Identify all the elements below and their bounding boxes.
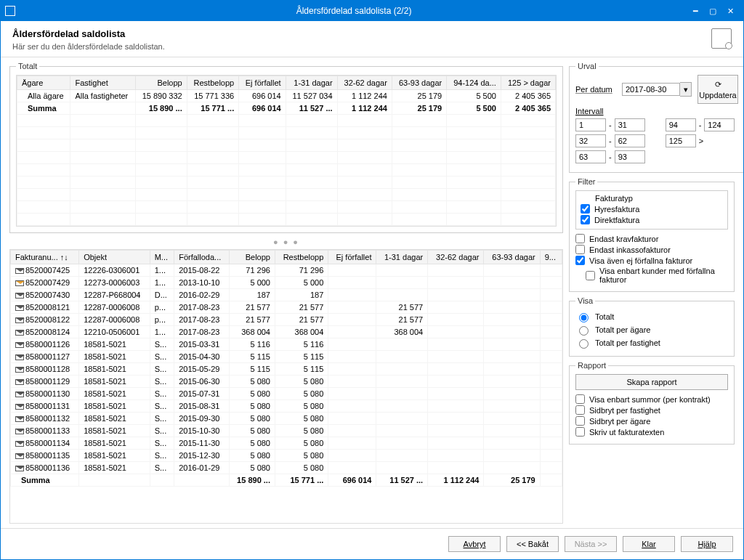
checkbox[interactable] [575, 394, 585, 404]
visa-option[interactable]: Totalt [575, 311, 728, 322]
col-header[interactable]: Ej förfallet [328, 251, 376, 264]
invoice-row[interactable]: 858000113018581-5021S...2015-07-315 0805… [11, 388, 562, 400]
col-header[interactable]: Fastighet [70, 76, 135, 90]
filter-type-option[interactable]: Hyresfaktura [581, 204, 723, 214]
filter-option[interactable]: Endast kravfakturor [575, 234, 728, 243]
page-title: Åldersfördelad saldolista [12, 28, 711, 39]
checkbox[interactable] [581, 215, 590, 224]
col-header[interactable]: M... [150, 251, 174, 264]
close-button[interactable]: ✕ [721, 7, 739, 16]
col-header[interactable]: Restbelopp [187, 76, 239, 90]
filter-option[interactable]: Endast inkassofakturor [575, 245, 728, 254]
invoice-row[interactable]: 852000812112287-0006008p...2017-08-2321 … [11, 301, 562, 314]
rapport-option[interactable]: Visa enbart summor (per kontrakt) [575, 394, 728, 404]
total-grid[interactable]: ÄgareFastighetBeloppRestbeloppEj förfall… [16, 75, 557, 227]
finish-button[interactable]: Klar [623, 536, 675, 552]
invoice-row[interactable]: 858000112718581-5021S...2015-04-305 1155… [11, 351, 562, 363]
col-header[interactable]: 9... [540, 251, 562, 264]
invoice-row[interactable]: 852000743012287-P668004D...2016-02-29187… [11, 289, 562, 301]
checkbox[interactable] [575, 427, 585, 437]
col-header[interactable]: Restbelopp [275, 251, 328, 264]
envelope-icon [15, 379, 24, 385]
checkbox[interactable] [575, 234, 585, 243]
rapport-option[interactable]: Skriv ut fakturatexten [575, 427, 728, 437]
filter-option[interactable]: Visa även ej förfallna fakturor [575, 256, 728, 265]
col-header[interactable]: 63-93 dagar [484, 251, 540, 264]
table-row[interactable]: Alla ägareAlla fastigheter15 890 33215 7… [17, 90, 556, 102]
checkbox[interactable] [586, 271, 595, 280]
radio[interactable] [579, 339, 589, 349]
col-header[interactable]: 63-93 dagar [392, 76, 446, 90]
filter-type-option[interactable]: Direktfaktura [581, 215, 723, 224]
update-button[interactable]: ⟳ Uppdatera [698, 75, 738, 104]
checkbox[interactable] [575, 405, 585, 415]
table-row[interactable]: Summa15 890 ...15 771 ...696 01411 527 .… [17, 102, 556, 115]
invoice-row[interactable]: 852000742512226-03060011...2015-08-2271 … [11, 264, 562, 277]
invoice-row[interactable]: 858000112918581-5021S...2015-06-305 0805… [11, 376, 562, 388]
date-dropdown-icon[interactable]: ▾ [680, 82, 692, 97]
interval-to[interactable] [704, 118, 735, 131]
checkbox[interactable] [575, 416, 585, 426]
col-header[interactable]: 32-62 dagar [337, 76, 392, 90]
interval-to[interactable] [615, 134, 645, 147]
radio[interactable] [579, 313, 589, 322]
interval-from[interactable] [575, 118, 606, 131]
col-header[interactable]: Objekt [79, 251, 150, 264]
col-header[interactable]: 125 > dagar [501, 76, 555, 90]
invoice-row[interactable]: 858000113318581-5021S...2015-10-305 0805… [11, 425, 562, 437]
back-button[interactable]: << Bakåt [506, 536, 559, 552]
minimize-button[interactable]: ━ [687, 7, 704, 16]
envelope-icon [15, 293, 24, 299]
wizard-footer: Avbryt << Bakåt Nästa >> Klar Hjälp [1, 528, 743, 559]
col-header[interactable]: 32-62 dagar [428, 251, 484, 264]
col-header[interactable]: Fakturanu... ↑↓ [11, 251, 79, 264]
col-header[interactable]: 94-124 da... [447, 76, 501, 90]
col-header[interactable]: 1-31 dagar [286, 76, 337, 90]
interval-from[interactable] [666, 118, 696, 131]
filter-option[interactable]: Visa enbart kunder med förfallna fakturo… [575, 267, 728, 284]
interval-from[interactable] [575, 134, 606, 147]
rapport-option[interactable]: Sidbryt per ägare [575, 416, 728, 426]
visa-option[interactable]: Totalt per fastighet [575, 337, 728, 349]
titlebar: Åldersfördelad saldolista (2/2) ━ ▢ ✕ [1, 1, 743, 21]
invoice-row[interactable]: 852000742912273-00060031...2013-10-105 0… [11, 277, 562, 289]
invoice-row[interactable]: 858000113218581-5021S...2015-09-305 0805… [11, 413, 562, 425]
create-report-button[interactable]: Skapa rapport [575, 374, 728, 390]
per-datum-input[interactable] [622, 83, 680, 96]
checkbox[interactable] [581, 204, 590, 214]
col-header[interactable]: Belopp [230, 251, 275, 264]
invoice-row[interactable]: 858000112618581-5021S...2015-03-315 1165… [11, 338, 562, 351]
interval-to[interactable] [615, 150, 645, 163]
envelope-icon [15, 466, 24, 471]
interval-from[interactable] [666, 134, 696, 147]
rapport-group: Rapport Skapa rapport Visa enbart summor… [569, 361, 735, 445]
total-group: Totalt ÄgareFastighetBeloppRestbeloppEj … [9, 62, 563, 233]
visa-group: Visa TotaltTotalt per ägareTotalt per fa… [569, 296, 735, 357]
col-header[interactable]: 1-31 dagar [376, 251, 428, 264]
rapport-option[interactable]: Sidbryt per fastighet [575, 405, 728, 415]
checkbox[interactable] [575, 256, 585, 265]
invoice-row[interactable]: 858000113518581-5021S...2015-12-305 0805… [11, 450, 562, 462]
help-button[interactable]: Hjälp [681, 536, 733, 552]
col-header[interactable]: Ägare [17, 76, 70, 90]
cancel-button[interactable]: Avbryt [448, 536, 501, 552]
col-header[interactable]: Belopp [135, 76, 187, 90]
invoice-row[interactable]: 858000113618581-5021S...2016-01-295 0805… [11, 462, 562, 474]
invoice-row[interactable]: 858000113418581-5021S...2015-11-305 0805… [11, 437, 562, 450]
maximize-button[interactable]: ▢ [704, 7, 721, 16]
visa-option[interactable]: Totalt per ägare [575, 324, 728, 336]
col-header[interactable]: Förfalloda... [174, 251, 230, 264]
checkbox[interactable] [575, 245, 585, 254]
splitter[interactable]: ● ● ● [9, 238, 563, 245]
interval-from[interactable] [575, 150, 606, 163]
invoice-row[interactable]: 852000812412210-05060011...2017-08-23368… [11, 326, 562, 338]
invoice-row[interactable]: 858000112818581-5021S...2015-05-295 1155… [11, 363, 562, 376]
empty-row [17, 152, 556, 164]
invoice-row[interactable]: 852000812212287-0006008p...2017-08-2321 … [11, 314, 562, 326]
col-header[interactable]: Ej förfallet [239, 76, 286, 90]
radio[interactable] [579, 326, 589, 336]
interval-to[interactable] [615, 118, 645, 131]
detail-grid[interactable]: Fakturanu... ↑↓ObjektM...Förfalloda...Be… [9, 249, 563, 524]
per-datum-label: Per datum [575, 85, 619, 94]
invoice-row[interactable]: 858000113118581-5021S...2015-08-315 0805… [11, 400, 562, 413]
